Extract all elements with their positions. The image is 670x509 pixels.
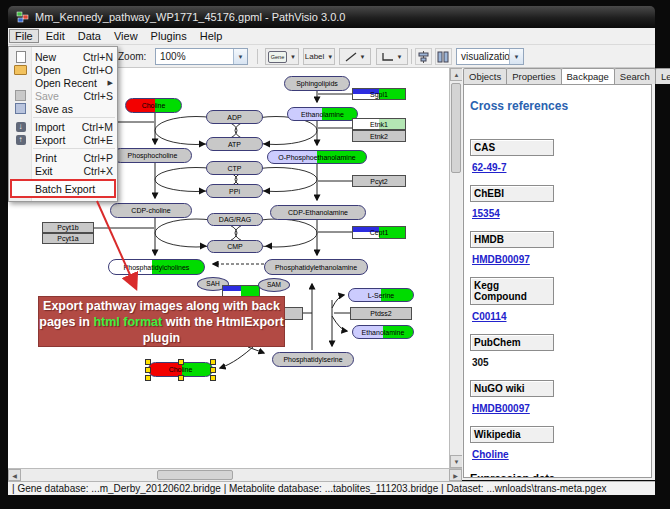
backpage-section: PubChem 305 [470,334,651,368]
node-adp[interactable]: ADP [206,110,263,124]
gene-ptdss2[interactable]: Ptdss2 [350,307,412,320]
visualization-combobox[interactable]: visualization ▼ [456,48,524,65]
connector-tool-button[interactable]: ▼ [376,48,408,65]
cas-link[interactable]: 62-49-7 [472,162,506,173]
menu-item-open[interactable]: Open Ctrl+O [9,63,117,76]
backpage-section: Wikipedia Choline [470,426,651,460]
node-cdp-choline[interactable]: CDP-choline [110,203,192,218]
align-center-button[interactable] [415,48,432,65]
chevron-down-icon[interactable]: ▼ [397,54,403,60]
scroll-right-icon[interactable]: ▶ [449,469,462,481]
tab-properties[interactable]: Properties [506,68,561,84]
node-ctp[interactable]: CTP [206,161,263,175]
node-atp[interactable]: ATP [206,137,263,151]
selection-handle[interactable] [210,367,216,373]
menu-item-export[interactable]: ↑ Export Ctrl+E [9,133,117,146]
chevron-down-icon[interactable]: ▼ [327,54,333,60]
menu-plugins[interactable]: Plugins [145,29,193,43]
node-o-phosphoethanolamine[interactable]: O-Phosphoethanolamine [267,150,367,164]
node-ethanolamine-top[interactable]: Ethanolamine [287,107,358,121]
backpage-section: Kegg Compound C00114 [470,277,651,322]
node-phosphatidylethanolamine[interactable]: Phosphatidylethanolamine [264,259,368,275]
section-title-chebi: ChEBI [470,185,554,202]
toolbar-separator [411,49,412,64]
chevron-down-icon[interactable]: ▼ [509,49,523,64]
node-phosphatidylcholines[interactable]: Phosphatidylcholines [108,259,205,275]
wikipedia-link[interactable]: Choline [472,449,509,460]
node-ppi[interactable]: PPi [206,184,263,198]
vertical-scroll-thumb[interactable] [451,83,461,173]
gene-etnk1[interactable]: Etnk1 [352,118,406,130]
selection-handle[interactable] [210,375,216,381]
menu-file[interactable]: File [9,29,39,43]
scroll-left-icon[interactable]: ◀ [8,469,21,481]
callout-text: with the HtmlExport plugin [143,315,284,345]
selection-handle[interactable] [178,359,184,365]
kegg-link[interactable]: C00114 [472,311,506,322]
menu-item-save-as[interactable]: Save as [9,102,117,115]
import-icon: ↓ [13,122,28,132]
section-title-hmdb: HMDB [470,231,554,248]
canvas-horizontal-scrollbar[interactable]: ◀ ▶ [8,468,462,481]
nugo-link[interactable]: HMDB00097 [472,403,530,414]
chevron-down-icon[interactable]: ▼ [290,54,296,60]
selection-handle[interactable] [178,375,184,381]
gene-cept1[interactable]: Cept1 [352,226,406,239]
open-folder-icon [13,65,28,75]
node-sphingolipids[interactable]: Sphingolipids [284,76,350,91]
node-ethanolamine-bottom[interactable]: Ethanolamine [352,325,414,339]
node-sam[interactable]: SAM [258,278,290,292]
menu-item-exit[interactable]: Exit Ctrl+X [9,164,117,177]
node-cmp[interactable]: CMP [207,240,263,253]
common-size-button[interactable] [435,48,452,65]
canvas-vertical-scrollbar[interactable]: ▲ ▼ [449,68,462,468]
gene-etnk2[interactable]: Etnk2 [352,130,406,142]
node-phosphatidylserine[interactable]: Phosphatidylserine [272,352,354,367]
node-phosphocholine[interactable]: Phosphocholine [113,148,192,163]
zoom-combobox[interactable]: 100% ▼ [155,48,248,65]
menu-edit[interactable]: Edit [40,29,71,43]
backpage-section: ChEBI 15354 [470,185,651,219]
chevron-down-icon[interactable]: ▼ [233,49,247,64]
node-l-serine[interactable]: L-Serine [348,288,414,302]
menu-view[interactable]: View [108,29,144,43]
chevron-down-icon[interactable]: ▼ [360,54,366,60]
add-datanode-button[interactable]: Gene ▼ [265,48,299,65]
horizontal-scroll-thumb[interactable] [157,470,233,480]
node-choline-top[interactable]: Choline [125,98,182,113]
gene-pcyt1b[interactable]: Pcyt1b [42,222,94,233]
align-center-icon [417,51,430,63]
selection-handle[interactable] [210,359,216,365]
node-cdp-ethanolamine[interactable]: CDP-Ethanolamine [270,205,366,220]
gene-pcyt2[interactable]: Pcyt2 [352,175,406,187]
menu-item-import[interactable]: ↓ Import Ctrl+M [9,120,117,133]
hmdb-link[interactable]: HMDB00097 [472,254,530,265]
backpage-section: NuGO wiki HMDB00097 [470,380,651,414]
gene-sgpl1[interactable]: Sgpl1 [352,88,406,100]
node-dag[interactable]: DAG/RAG [207,213,263,226]
chebi-link[interactable]: 15354 [472,208,500,219]
tab-legend[interactable]: Legend [655,68,670,84]
gene-pcyt1a[interactable]: Pcyt1a [42,233,94,244]
menu-item-open-recent[interactable]: Open Recent ▶ [9,76,117,89]
tab-objects[interactable]: Objects [463,68,507,84]
gene-box-partial[interactable] [283,307,303,320]
side-panel-tabs: Objects Properties Backpage Search Legen… [463,68,654,84]
menu-item-print[interactable]: Print Ctrl+P [9,151,117,164]
tab-search[interactable]: Search [614,68,656,84]
new-document-icon [13,51,28,63]
menu-help[interactable]: Help [194,29,229,43]
menu-separator [33,117,115,118]
menu-data[interactable]: Data [72,29,107,43]
tab-backpage[interactable]: Backpage [561,68,615,84]
selection-handle[interactable] [145,367,151,373]
menu-item-batch-export[interactable]: Batch Export [10,179,116,198]
selection-handle[interactable] [145,359,151,365]
callout-highlight: html format [93,315,162,329]
menu-item-new[interactable]: New Ctrl+N [9,50,117,63]
add-label-button[interactable]: Label ▼ [303,48,335,65]
line-tool-button[interactable]: ▼ [339,48,371,65]
annotation-callout: Export pathway images along with back pa… [38,296,285,347]
cross-references-heading: Cross references [470,99,651,113]
selection-handle[interactable] [145,375,151,381]
